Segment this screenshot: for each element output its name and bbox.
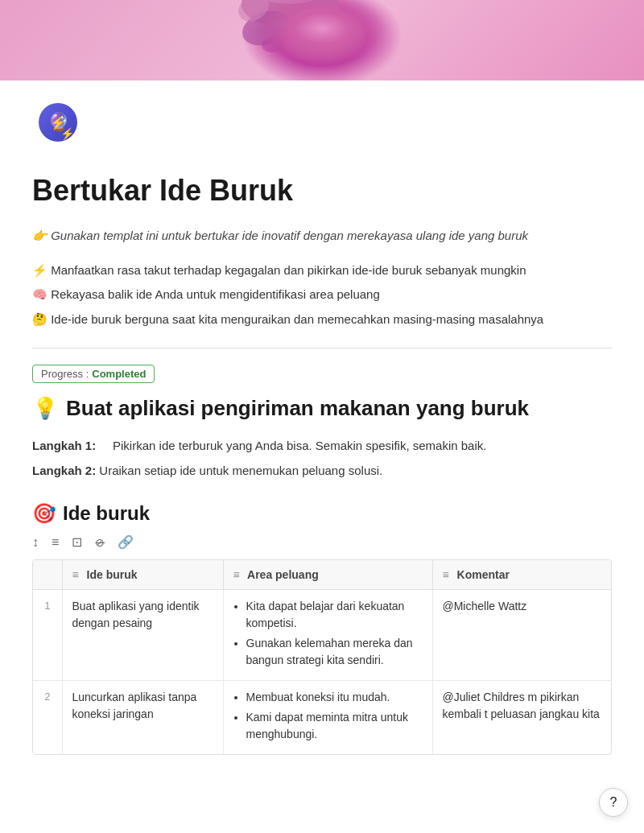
app-icon: 🔮 ⚡ — [39, 103, 77, 142]
ide-buruk-cell: Buat aplikasi yang identik dengan pesain… — [62, 590, 223, 681]
komentar-cell: @Michelle Wattz — [432, 590, 611, 681]
progress-status: Completed — [92, 368, 146, 380]
col-komentar-header: ≡ Komentar — [432, 560, 611, 590]
col-icon: ≡ — [233, 568, 240, 581]
table-row: 2 Luncurkan aplikasi tanpa koneksi jarin… — [33, 681, 611, 755]
coral-decoration — [217, 0, 362, 76]
progress-label: Progress : — [41, 368, 89, 380]
group-icon[interactable]: ⊡ — [72, 534, 82, 550]
sort-icon[interactable]: ↕ — [32, 535, 39, 550]
ide-buruk-table: ≡ Ide buruk ≡ Area peluang ≡ Komentar 1 — [32, 559, 612, 755]
svg-point-2 — [291, 5, 337, 43]
table-row: 1 Buat aplikasi yang identik dengan pesa… — [33, 590, 611, 681]
komentar-cell: @Juliet Childres m pikirkan kembali t pe… — [432, 681, 611, 755]
area-item: Gunakan kelemahan mereka dan bangun stra… — [246, 635, 423, 669]
table-toolbar: ↕ ≡ ⊡ ⊘ 🔗 — [32, 534, 612, 550]
step-1: Langkah 1: Pikirkan ide terburuk yang An… — [32, 437, 612, 456]
row-number: 2 — [33, 681, 62, 755]
area-list: Membuat koneksi itu mudah. Kami dapat me… — [233, 689, 423, 743]
section1-title: 💡 Buat aplikasi pengiriman makanan yang … — [32, 396, 612, 421]
col-area-header: ≡ Area peluang — [223, 560, 432, 590]
bullet-emoji: ⚡ — [32, 263, 51, 277]
header-banner — [0, 0, 644, 80]
row-number: 1 — [33, 590, 62, 681]
list-item: 🧠 Rekayasa balik ide Anda untuk mengiden… — [32, 286, 612, 304]
intro-text: 👉 Gunakan templat ini untuk bertukar ide… — [32, 227, 612, 245]
steps-container: Langkah 1: Pikirkan ide terburuk yang An… — [32, 437, 612, 480]
col-icon: ≡ — [72, 568, 79, 581]
help-label: ? — [610, 795, 617, 810]
ide-buruk-cell: Luncurkan aplikasi tanpa koneksi jaringa… — [62, 681, 223, 755]
table: ≡ Ide buruk ≡ Area peluang ≡ Komentar 1 — [33, 560, 611, 754]
section1-emoji: 💡 — [32, 396, 58, 421]
table-header-row: ≡ Ide buruk ≡ Area peluang ≡ Komentar — [33, 560, 611, 590]
list-item: ⚡ Manfaatkan rasa takut terhadap kegagal… — [32, 262, 612, 280]
area-item: Kami dapat meminta mitra untuk menghubun… — [246, 709, 423, 743]
step-2: Langkah 2: Uraikan setiap ide untuk mene… — [32, 462, 612, 480]
bullet-emoji: 🤔 — [32, 312, 51, 326]
section2-emoji: 🎯 — [32, 502, 56, 525]
col-ide-header: ≡ Ide buruk — [62, 560, 223, 590]
svg-point-6 — [260, 35, 287, 55]
hide-icon[interactable]: ⊘ — [95, 536, 105, 549]
intro-emoji: 👉 — [32, 229, 47, 242]
svg-point-7 — [290, 28, 322, 52]
area-item: Membuat koneksi itu mudah. — [246, 689, 423, 706]
main-content: Bertukar Ide Buruk 👉 Gunakan templat ini… — [0, 142, 644, 787]
row-num-header — [33, 560, 62, 590]
list-item: 🤔 Ide-ide buruk berguna saat kita mengur… — [32, 311, 612, 329]
section2-title: 🎯 Ide buruk — [32, 502, 612, 525]
area-list: Kita dapat belajar dari kekuatan kompeti… — [233, 598, 423, 669]
progress-badge: Progress : Completed — [32, 365, 155, 383]
filter-icon[interactable]: ≡ — [52, 535, 59, 550]
col-icon: ≡ — [443, 568, 449, 581]
section-divider — [32, 348, 612, 348]
area-peluang-cell: Membuat koneksi itu mudah. Kami dapat me… — [223, 681, 432, 755]
area-peluang-cell: Kita dapat belajar dari kekuatan kompeti… — [223, 590, 432, 681]
feature-list: ⚡ Manfaatkan rasa takut terhadap kegagal… — [32, 262, 612, 329]
help-button[interactable]: ? — [599, 788, 628, 817]
link-icon[interactable]: 🔗 — [118, 534, 134, 550]
svg-point-4 — [309, 0, 344, 19]
bullet-emoji: 🧠 — [32, 287, 51, 301]
area-item: Kita dapat belajar dari kekuatan kompeti… — [246, 598, 423, 632]
page-title: Bertukar Ide Buruk — [32, 174, 612, 208]
